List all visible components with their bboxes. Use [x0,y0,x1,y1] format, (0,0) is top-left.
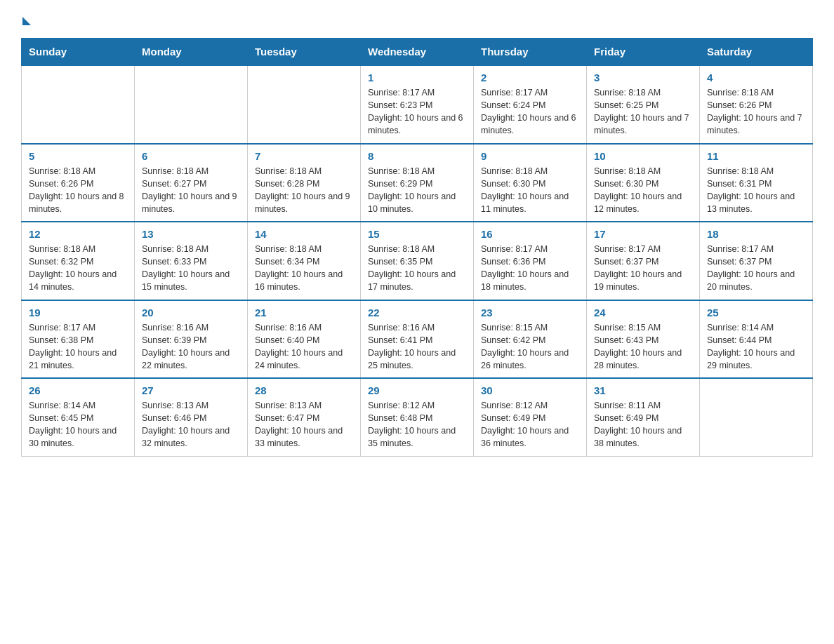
day-number: 3 [594,72,692,83]
week-row: 1Sunrise: 8:17 AM Sunset: 6:23 PM Daylig… [22,65,813,144]
calendar-table: SundayMondayTuesdayWednesdayThursdayFrid… [21,38,813,457]
day-info: Sunrise: 8:17 AM Sunset: 6:37 PM Dayligh… [594,243,692,294]
day-info: Sunrise: 8:16 AM Sunset: 6:40 PM Dayligh… [255,321,353,373]
calendar-cell: 11Sunrise: 8:18 AM Sunset: 6:31 PM Dayli… [700,144,813,222]
day-number: 13 [142,228,240,240]
calendar-cell: 14Sunrise: 8:18 AM Sunset: 6:34 PM Dayli… [248,222,361,300]
week-row: 12Sunrise: 8:18 AM Sunset: 6:32 PM Dayli… [22,222,813,300]
day-info: Sunrise: 8:14 AM Sunset: 6:45 PM Dayligh… [29,399,127,450]
day-number: 5 [29,150,127,162]
day-info: Sunrise: 8:15 AM Sunset: 6:43 PM Dayligh… [594,321,692,373]
calendar-cell: 7Sunrise: 8:18 AM Sunset: 6:28 PM Daylig… [248,144,361,222]
calendar-cell: 2Sunrise: 8:17 AM Sunset: 6:24 PM Daylig… [474,65,587,144]
day-number: 19 [29,307,127,318]
calendar-cell: 16Sunrise: 8:17 AM Sunset: 6:36 PM Dayli… [474,222,587,300]
day-number: 22 [368,307,466,318]
calendar-cell: 9Sunrise: 8:18 AM Sunset: 6:30 PM Daylig… [474,144,587,222]
day-info: Sunrise: 8:18 AM Sunset: 6:30 PM Dayligh… [481,165,579,216]
calendar-cell: 31Sunrise: 8:11 AM Sunset: 6:49 PM Dayli… [587,378,700,456]
calendar-cell: 25Sunrise: 8:14 AM Sunset: 6:44 PM Dayli… [700,300,813,379]
calendar-cell [135,65,248,144]
calendar-cell: 1Sunrise: 8:17 AM Sunset: 6:23 PM Daylig… [361,65,474,144]
day-number: 27 [142,384,240,396]
calendar-cell: 8Sunrise: 8:18 AM Sunset: 6:29 PM Daylig… [361,144,474,222]
day-number: 14 [255,228,353,240]
day-number: 18 [707,228,805,240]
day-info: Sunrise: 8:16 AM Sunset: 6:41 PM Dayligh… [368,321,466,373]
calendar-cell [700,378,813,456]
day-info: Sunrise: 8:17 AM Sunset: 6:24 PM Dayligh… [481,86,579,137]
day-info: Sunrise: 8:18 AM Sunset: 6:32 PM Dayligh… [29,243,127,294]
calendar-cell: 29Sunrise: 8:12 AM Sunset: 6:48 PM Dayli… [361,378,474,456]
calendar-cell: 15Sunrise: 8:18 AM Sunset: 6:35 PM Dayli… [361,222,474,300]
calendar-cell: 26Sunrise: 8:14 AM Sunset: 6:45 PM Dayli… [22,378,135,456]
header-row: SundayMondayTuesdayWednesdayThursdayFrid… [22,39,813,66]
day-info: Sunrise: 8:13 AM Sunset: 6:46 PM Dayligh… [142,399,240,450]
day-info: Sunrise: 8:18 AM Sunset: 6:31 PM Dayligh… [707,165,805,216]
day-info: Sunrise: 8:18 AM Sunset: 6:28 PM Dayligh… [255,165,353,216]
logo-triangle-icon [22,17,31,25]
calendar-cell: 5Sunrise: 8:18 AM Sunset: 6:26 PM Daylig… [22,144,135,222]
day-of-week-header: Wednesday [361,39,474,66]
calendar-cell: 24Sunrise: 8:15 AM Sunset: 6:43 PM Dayli… [587,300,700,379]
day-info: Sunrise: 8:16 AM Sunset: 6:39 PM Dayligh… [142,321,240,373]
day-number: 17 [594,228,692,240]
day-info: Sunrise: 8:18 AM Sunset: 6:29 PM Dayligh… [368,165,466,216]
week-row: 19Sunrise: 8:17 AM Sunset: 6:38 PM Dayli… [22,300,813,379]
day-number: 9 [481,150,579,162]
calendar-cell: 20Sunrise: 8:16 AM Sunset: 6:39 PM Dayli… [135,300,248,379]
day-info: Sunrise: 8:18 AM Sunset: 6:26 PM Dayligh… [707,86,805,137]
calendar-cell: 3Sunrise: 8:18 AM Sunset: 6:25 PM Daylig… [587,65,700,144]
calendar-cell: 10Sunrise: 8:18 AM Sunset: 6:30 PM Dayli… [587,144,700,222]
day-info: Sunrise: 8:17 AM Sunset: 6:23 PM Dayligh… [368,86,466,137]
day-of-week-header: Saturday [700,39,813,66]
day-info: Sunrise: 8:18 AM Sunset: 6:26 PM Dayligh… [29,165,127,216]
calendar-cell: 6Sunrise: 8:18 AM Sunset: 6:27 PM Daylig… [135,144,248,222]
day-number: 21 [255,307,353,318]
day-of-week-header: Sunday [22,39,135,66]
day-info: Sunrise: 8:18 AM Sunset: 6:35 PM Dayligh… [368,243,466,294]
day-of-week-header: Friday [587,39,700,66]
day-number: 4 [707,72,805,83]
day-of-week-header: Monday [135,39,248,66]
day-number: 20 [142,307,240,318]
day-info: Sunrise: 8:17 AM Sunset: 6:38 PM Dayligh… [29,321,127,373]
calendar-cell [22,65,135,144]
calendar-cell: 17Sunrise: 8:17 AM Sunset: 6:37 PM Dayli… [587,222,700,300]
day-info: Sunrise: 8:13 AM Sunset: 6:47 PM Dayligh… [255,399,353,450]
day-number: 26 [29,384,127,396]
day-info: Sunrise: 8:14 AM Sunset: 6:44 PM Dayligh… [707,321,805,373]
day-number: 1 [368,72,466,83]
day-number: 31 [594,384,692,396]
day-info: Sunrise: 8:18 AM Sunset: 6:25 PM Dayligh… [594,86,692,137]
calendar-cell: 27Sunrise: 8:13 AM Sunset: 6:46 PM Dayli… [135,378,248,456]
day-info: Sunrise: 8:12 AM Sunset: 6:49 PM Dayligh… [481,399,579,450]
day-number: 8 [368,150,466,162]
day-number: 6 [142,150,240,162]
logo [21,14,31,25]
day-info: Sunrise: 8:18 AM Sunset: 6:30 PM Dayligh… [594,165,692,216]
calendar-cell: 23Sunrise: 8:15 AM Sunset: 6:42 PM Dayli… [474,300,587,379]
calendar-cell: 19Sunrise: 8:17 AM Sunset: 6:38 PM Dayli… [22,300,135,379]
day-info: Sunrise: 8:18 AM Sunset: 6:33 PM Dayligh… [142,243,240,294]
day-number: 29 [368,384,466,396]
calendar-cell: 28Sunrise: 8:13 AM Sunset: 6:47 PM Dayli… [248,378,361,456]
day-of-week-header: Tuesday [248,39,361,66]
calendar-cell: 21Sunrise: 8:16 AM Sunset: 6:40 PM Dayli… [248,300,361,379]
day-number: 25 [707,307,805,318]
day-number: 2 [481,72,579,83]
page-header [21,14,813,25]
day-info: Sunrise: 8:11 AM Sunset: 6:49 PM Dayligh… [594,399,692,450]
day-number: 23 [481,307,579,318]
day-number: 12 [29,228,127,240]
day-number: 11 [707,150,805,162]
week-row: 5Sunrise: 8:18 AM Sunset: 6:26 PM Daylig… [22,144,813,222]
day-number: 30 [481,384,579,396]
day-info: Sunrise: 8:15 AM Sunset: 6:42 PM Dayligh… [481,321,579,373]
day-of-week-header: Thursday [474,39,587,66]
day-number: 24 [594,307,692,318]
day-number: 15 [368,228,466,240]
day-number: 10 [594,150,692,162]
calendar-cell: 13Sunrise: 8:18 AM Sunset: 6:33 PM Dayli… [135,222,248,300]
day-info: Sunrise: 8:17 AM Sunset: 6:36 PM Dayligh… [481,243,579,294]
